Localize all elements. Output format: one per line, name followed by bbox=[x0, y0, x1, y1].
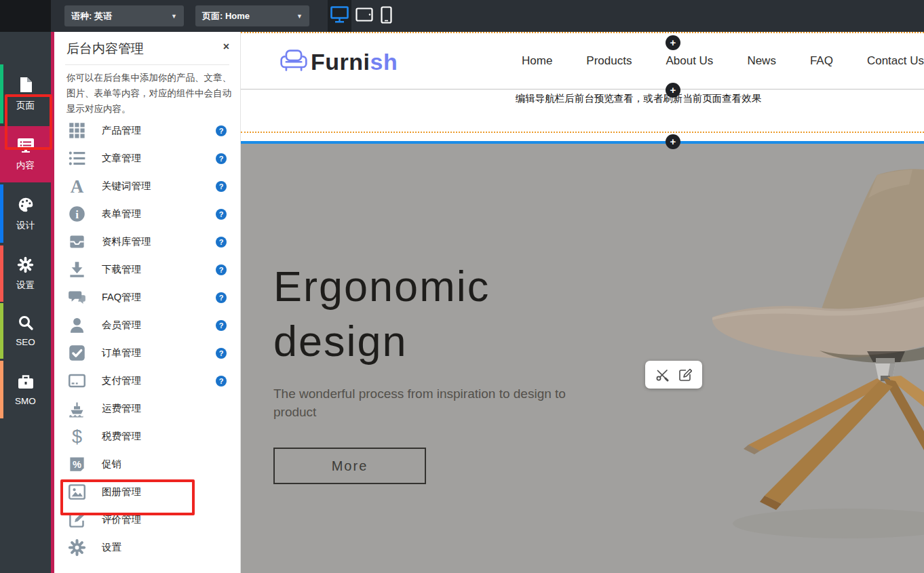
help-icon[interactable]: ? bbox=[216, 376, 227, 387]
help-icon[interactable]: ? bbox=[216, 348, 227, 359]
help-icon[interactable]: ? bbox=[216, 181, 227, 192]
menu-item-tax[interactable]: $ 税费管理 bbox=[54, 422, 240, 450]
svg-text:i: i bbox=[75, 208, 79, 221]
add-section-button[interactable]: + bbox=[666, 83, 680, 98]
close-icon[interactable]: × bbox=[223, 41, 229, 53]
sidebar-item-label: 页面 bbox=[16, 100, 35, 112]
help-icon[interactable]: ? bbox=[216, 209, 227, 220]
panel-description: 你可以在后台集中添加你的产品、文章、图片、表单等内容，对应的组件中会自动显示对应… bbox=[66, 70, 236, 117]
add-section-button[interactable]: + bbox=[666, 35, 680, 50]
caret-down-icon: ▼ bbox=[296, 13, 303, 20]
menu-item-label: 设置 bbox=[102, 541, 121, 554]
sidebar-item-design[interactable]: 设计 bbox=[0, 184, 51, 243]
sidebar-item-settings[interactable]: 设置 bbox=[0, 245, 51, 302]
menu-item-articles[interactable]: 文章管理 ? bbox=[54, 144, 240, 172]
menu-item-keywords[interactable]: A 关键词管理 ? bbox=[54, 172, 240, 200]
site-preview: Furnish Home Products About Us News FAQ … bbox=[241, 32, 924, 573]
menu-item-label: 文章管理 bbox=[102, 152, 141, 165]
sidebar-item-seo[interactable]: SEO bbox=[0, 303, 51, 359]
site-logo[interactable]: Furnish bbox=[280, 47, 398, 76]
page-dropdown[interactable]: 页面: Home ▼ bbox=[195, 5, 309, 26]
site-nav: Home Products About Us News FAQ Contact … bbox=[522, 33, 924, 89]
briefcase-icon bbox=[17, 374, 35, 392]
accent-strip bbox=[0, 184, 3, 243]
menu-item-label: 关键词管理 bbox=[102, 180, 151, 193]
navbar-edit-tip: 编辑导航栏后前台预览查看，或者刷新当前页面查看效果 bbox=[465, 92, 812, 105]
menu-item-downloads[interactable]: 下载管理 ? bbox=[54, 256, 240, 283]
menu-item-label: 运费管理 bbox=[102, 402, 141, 415]
tools-icon[interactable] bbox=[655, 368, 669, 382]
credit-card-icon bbox=[68, 372, 86, 390]
menu-item-members[interactable]: 会员管理 ? bbox=[54, 311, 240, 339]
help-icon[interactable]: ? bbox=[216, 264, 227, 275]
nav-link-products[interactable]: Products bbox=[586, 54, 632, 68]
help-icon[interactable]: ? bbox=[216, 125, 227, 136]
nav-link-about[interactable]: About Us bbox=[666, 54, 713, 68]
preview-site-header: Furnish Home Products About Us News FAQ … bbox=[241, 33, 924, 89]
accent-strip bbox=[0, 303, 3, 359]
menu-item-shipping[interactable]: 运费管理 bbox=[54, 395, 240, 422]
help-icon[interactable]: ? bbox=[216, 320, 227, 331]
sidebar-item-label: 内容 bbox=[16, 159, 35, 172]
chair-photo bbox=[706, 144, 924, 573]
device-mobile-button[interactable] bbox=[377, 0, 396, 32]
inbox-icon bbox=[68, 233, 86, 251]
sidebar-item-label: SMO bbox=[15, 396, 36, 406]
image-icon bbox=[68, 483, 86, 501]
accent-strip bbox=[0, 245, 3, 302]
menu-item-library[interactable]: 资料库管理 ? bbox=[54, 228, 240, 256]
menu-item-label: FAQ管理 bbox=[102, 291, 141, 304]
svg-text:A: A bbox=[71, 177, 84, 195]
accent-strip bbox=[0, 64, 3, 123]
sidebar-item-pages[interactable]: 页面 bbox=[0, 64, 51, 123]
menu-item-forms[interactable]: i 表单管理 ? bbox=[54, 200, 240, 228]
menu-item-faq[interactable]: FAQ管理 ? bbox=[54, 283, 240, 311]
add-section-button[interactable]: + bbox=[666, 134, 680, 149]
menu-item-label: 促销 bbox=[102, 458, 121, 471]
nav-link-home[interactable]: Home bbox=[522, 54, 552, 68]
sidebar-item-content[interactable]: 内容 bbox=[0, 126, 51, 182]
edit-note-icon[interactable] bbox=[678, 368, 692, 382]
edit-icon bbox=[68, 511, 86, 529]
menu-item-label: 下载管理 bbox=[102, 263, 141, 276]
menu-item-reviews[interactable]: 评价管理 bbox=[54, 506, 240, 534]
armchair-icon bbox=[280, 47, 307, 76]
help-icon[interactable]: ? bbox=[216, 292, 227, 303]
menu-item-payments[interactable]: 支付管理 ? bbox=[54, 367, 240, 395]
mobile-icon bbox=[381, 6, 392, 26]
device-desktop-button[interactable] bbox=[328, 0, 351, 32]
svg-text:%: % bbox=[73, 459, 81, 470]
content-management-panel: 后台内容管理 × 你可以在后台集中添加你的产品、文章、图片、表单等内容，对应的组… bbox=[51, 32, 241, 573]
menu-item-settings[interactable]: 设置 bbox=[54, 534, 240, 561]
menu-item-label: 产品管理 bbox=[102, 124, 141, 137]
tablet-icon bbox=[355, 7, 373, 24]
info-icon: i bbox=[68, 205, 86, 223]
menu-item-label: 会员管理 bbox=[102, 319, 141, 332]
help-icon[interactable]: ? bbox=[216, 237, 227, 248]
help-icon[interactable]: ? bbox=[216, 153, 227, 164]
menu-item-albums[interactable]: 图册管理 bbox=[54, 478, 240, 506]
grid-icon bbox=[68, 121, 86, 140]
language-dropdown[interactable]: 语种: 英语 ▼ bbox=[64, 5, 184, 26]
desktop-icon bbox=[330, 6, 349, 26]
accent-strip bbox=[0, 126, 3, 182]
nav-link-faq[interactable]: FAQ bbox=[810, 54, 833, 68]
more-button[interactable]: More bbox=[273, 448, 426, 484]
caret-down-icon: ▼ bbox=[171, 13, 177, 20]
download-icon bbox=[68, 260, 86, 279]
sidebar-item-smo[interactable]: SMO bbox=[0, 361, 51, 418]
menu-item-label: 评价管理 bbox=[102, 513, 141, 526]
sidebar-item-label: 设计 bbox=[16, 220, 35, 232]
nav-link-contact[interactable]: Contact Us bbox=[867, 54, 924, 68]
menu-item-promotions[interactable]: % 促销 bbox=[54, 450, 240, 478]
letter-a-icon: A bbox=[68, 177, 86, 195]
panel-title: 后台内容管理 bbox=[66, 40, 144, 58]
menu-item-label: 表单管理 bbox=[102, 208, 141, 220]
menu-item-orders[interactable]: 订单管理 ? bbox=[54, 339, 240, 367]
accent-strip bbox=[0, 361, 3, 418]
menu-item-products[interactable]: 产品管理 ? bbox=[54, 117, 240, 144]
nav-link-news[interactable]: News bbox=[747, 54, 776, 68]
menu-item-label: 税费管理 bbox=[102, 430, 141, 443]
menu-item-label: 资料库管理 bbox=[102, 235, 151, 248]
device-tablet-button[interactable] bbox=[353, 0, 375, 32]
